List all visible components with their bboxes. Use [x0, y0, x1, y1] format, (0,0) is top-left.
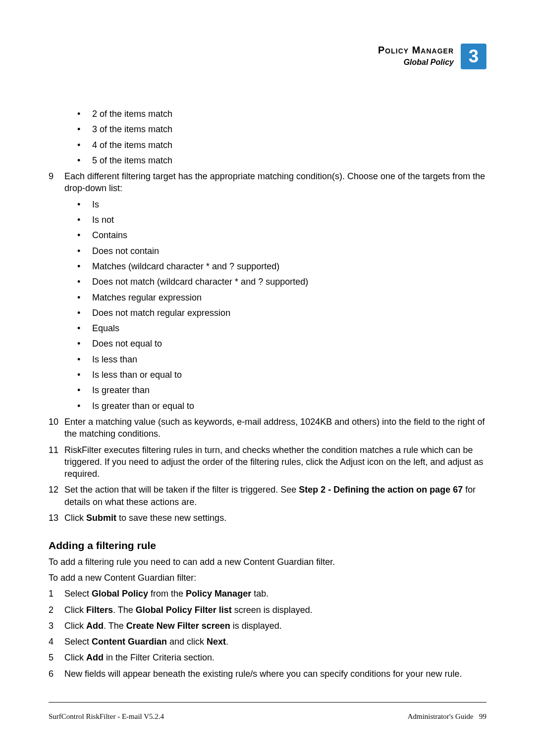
chapter-number-box: 3 [461, 44, 486, 69]
section-intro-2: To add a new Content Guardian filter: [49, 572, 486, 584]
page-footer: SurfControl RiskFilter - E-mail V5.2.4 A… [49, 702, 486, 721]
text-fragment: Click [64, 605, 86, 615]
list-item: 5 of the items match [77, 154, 486, 166]
text-fragment: tab. [251, 589, 268, 599]
list-item: Matches regular expression [77, 292, 486, 303]
step-number: 11 [49, 444, 60, 480]
list-item: Does not match regular expression [77, 307, 486, 319]
text-fragment: and click [167, 637, 207, 647]
bold-term: Add [86, 653, 104, 662]
text-fragment: Click [64, 621, 86, 631]
bold-term: Policy Manager [186, 589, 251, 599]
match-count-list: 2 of the items match 3 of the items matc… [77, 108, 486, 166]
list-item: 3 of the items match [77, 123, 486, 135]
step-number: 13 [49, 512, 60, 524]
list-item: Equals [77, 322, 486, 334]
add-step-5: 5 Click Add in the Filter Criteria secti… [49, 652, 486, 663]
list-item: Contains [77, 229, 486, 241]
list-item: Is less than [77, 353, 486, 365]
list-item: Is [77, 199, 486, 210]
text-fragment: Select [64, 637, 92, 647]
add-step-2: 2 Click Filters. The Global Policy Filte… [49, 604, 486, 616]
step-10: 10 Enter a matching value (such as keywo… [49, 416, 486, 440]
bold-reference: Step 2 - Defining the action on page 67 [299, 485, 463, 495]
list-item: 4 of the items match [77, 139, 486, 151]
footer-rule [49, 702, 486, 703]
list-item: Is greater than or equal to [77, 400, 486, 412]
step-9: 9 Each different filtering target has th… [49, 170, 486, 195]
step-number: 5 [49, 652, 60, 663]
header-title: Policy Manager [378, 44, 454, 57]
step-text: Click Submit to save these new settings. [64, 512, 486, 524]
add-step-4: 4 Select Content Guardian and click Next… [49, 636, 486, 648]
step-text: Click Add in the Filter Criteria section… [64, 652, 486, 663]
text-fragment: Set the action that will be taken if the… [64, 485, 299, 495]
text-fragment: to save these new settings. [116, 513, 226, 523]
step-number: 3 [49, 620, 60, 632]
list-item: Is less than or equal to [77, 369, 486, 381]
step-number: 6 [49, 668, 60, 680]
add-step-3: 3 Click Add. The Create New Filter scree… [49, 620, 486, 632]
bold-term: Filters [86, 605, 113, 615]
list-item: Is not [77, 214, 486, 226]
condition-list: Is Is not Contains Does not contain Matc… [77, 199, 486, 412]
text-fragment: screen is displayed. [232, 605, 313, 615]
bold-term: Global Policy Filter list [136, 605, 232, 615]
step-text: RiskFilter executes filtering rules in t… [64, 444, 486, 480]
list-item: Does not match (wildcard character * and… [77, 276, 486, 288]
step-text: Enter a matching value (such as keywords… [64, 416, 486, 440]
footer-product: SurfControl RiskFilter - E-mail V5.2.4 [49, 711, 164, 721]
list-item: Matches (wildcard character * and ? supp… [77, 260, 486, 272]
step-number: 12 [49, 484, 60, 508]
text-fragment: is displayed. [230, 621, 282, 631]
bold-term: Content Guardian [92, 637, 167, 647]
add-step-1: 1 Select Global Policy from the Policy M… [49, 588, 486, 600]
step-text: Select Content Guardian and click Next. [64, 636, 486, 648]
page-number: 99 [479, 712, 486, 720]
step-text: Set the action that will be taken if the… [64, 484, 486, 508]
text-fragment: Click [64, 513, 86, 523]
footer-doc-title: Administrator's Guide [408, 712, 474, 720]
step-12: 12 Set the action that will be taken if … [49, 484, 486, 508]
list-item: Does not contain [77, 245, 486, 257]
step-11: 11 RiskFilter executes filtering rules i… [49, 444, 486, 480]
step-number: 10 [49, 416, 60, 440]
text-fragment: . The [104, 621, 126, 631]
text-fragment: Select [64, 589, 92, 599]
step-text: New fields will appear beneath the exist… [64, 668, 486, 680]
text-fragment: . [226, 637, 228, 647]
step-text: Select Global Policy from the Policy Man… [64, 588, 486, 600]
header-text: Policy Manager Global Policy [378, 44, 454, 68]
step-number: 9 [49, 170, 60, 195]
text-fragment: from the [148, 589, 186, 599]
step-13: 13 Click Submit to save these new settin… [49, 512, 486, 524]
text-fragment: Click [64, 653, 86, 662]
text-fragment: . The [113, 605, 136, 615]
step-text: Click Add. The Create New Filter screen … [64, 620, 486, 632]
list-item: Is greater than [77, 384, 486, 396]
bold-term: Next [207, 637, 226, 647]
body-content: 2 of the items match 3 of the items matc… [49, 108, 486, 680]
footer-right: Administrator's Guide 99 [408, 711, 486, 721]
step-number: 1 [49, 588, 60, 600]
bold-term: Add [86, 621, 104, 631]
header-subtitle: Global Policy [378, 57, 454, 68]
step-text: Each different filtering target has the … [64, 170, 486, 195]
step-text: Click Filters. The Global Policy Filter … [64, 604, 486, 616]
section-intro-1: To add a filtering rule you need to can … [49, 556, 486, 568]
step-number: 4 [49, 636, 60, 648]
bold-submit: Submit [86, 513, 116, 523]
list-item: 2 of the items match [77, 108, 486, 120]
bold-term: Global Policy [92, 589, 148, 599]
bold-term: Create New Filter screen [126, 621, 230, 631]
add-step-6: 6 New fields will appear beneath the exi… [49, 668, 486, 680]
section-heading: Adding a filtering rule [49, 539, 486, 553]
page-header: Policy Manager Global Policy 3 [49, 44, 486, 69]
list-item: Does not equal to [77, 338, 486, 350]
text-fragment: in the Filter Criteria section. [104, 653, 214, 662]
step-number: 2 [49, 604, 60, 616]
